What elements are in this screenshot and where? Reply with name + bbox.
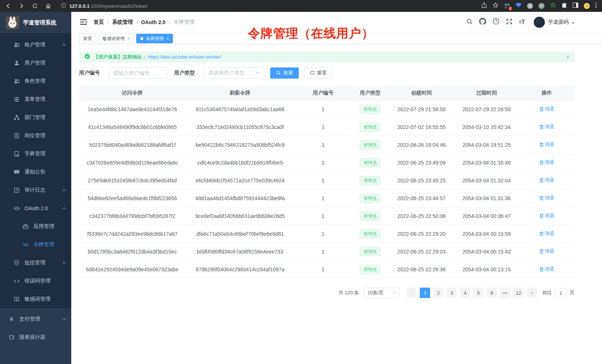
sidebar-toggle-icon[interactable] bbox=[573, 3, 578, 9]
back-icon[interactable] bbox=[5, 3, 11, 9]
sidebar-item-oauth[interactable]: OAuth 2.0 bbox=[0, 199, 71, 217]
force-logout-button[interactable]: 强退 bbox=[539, 248, 554, 255]
force-logout-button[interactable]: 强退 bbox=[539, 123, 554, 130]
forward-icon[interactable] bbox=[19, 3, 24, 9]
puzzle-extension-icon[interactable] bbox=[562, 3, 567, 10]
share-icon[interactable] bbox=[481, 2, 487, 10]
fullscreen-icon[interactable] bbox=[506, 18, 513, 26]
address-bar[interactable]: 127.0.0.1:1024/system/oauth2/token bbox=[61, 3, 147, 9]
user-type-select[interactable]: 请选择用户类型 bbox=[204, 67, 264, 79]
user-id-cell: 1 bbox=[295, 213, 352, 219]
code-icon bbox=[13, 278, 20, 284]
sidebar-item-sensitive[interactable]: 敏感词管理 bbox=[0, 290, 71, 308]
sidebar-item-menu[interactable]: 菜单管理 bbox=[0, 90, 71, 108]
refresh-token-cell: cdfc4ce9c2da4bb1bdf21b9918ff4be5 bbox=[186, 160, 295, 166]
force-logout-button[interactable]: 强退 bbox=[539, 159, 554, 166]
tab-home[interactable]: 首页 bbox=[79, 34, 96, 43]
expire-time-cell: 2054-03-04 19:51:25 bbox=[454, 142, 519, 148]
sidebar-item-token-manage[interactable]: A 令牌管理 bbox=[0, 235, 71, 254]
actions-cell: 强退 bbox=[519, 106, 575, 113]
reset-button[interactable]: 重置 bbox=[304, 67, 333, 79]
table-row: b0d1785bc3a8482f812db4a3f3bd15ec b0df498… bbox=[79, 243, 575, 261]
help-icon[interactable]: ? bbox=[493, 18, 500, 26]
page-button-2[interactable]: 2 bbox=[433, 288, 444, 298]
next-page-button[interactable]: › bbox=[527, 288, 537, 298]
green-star-extension-icon[interactable] bbox=[550, 2, 556, 10]
reload-icon[interactable] bbox=[32, 3, 38, 9]
sidebar-item-errcode[interactable]: 错误码管理 bbox=[0, 272, 71, 290]
force-logout-button[interactable]: 强退 bbox=[539, 106, 554, 112]
force-logout-button[interactable]: 强退 bbox=[539, 195, 554, 201]
page-content: 【用户体系】文档地址： https://doc.iocoder.cn/user-… bbox=[79, 45, 575, 298]
close-icon[interactable]: × bbox=[166, 36, 169, 41]
record-extension-icon[interactable] bbox=[539, 3, 544, 9]
breadcrumb-system[interactable]: 系统管理 bbox=[112, 19, 133, 26]
access-token-cell: 275e5de9151045fe87cbdc395e004f4d bbox=[79, 178, 186, 183]
table-row: 41c41346a548490f9dc8b01c6bfe0865 333ecfc… bbox=[79, 118, 575, 136]
user-type-cell: 管理员 bbox=[351, 158, 389, 167]
gem-extension-icon[interactable] bbox=[516, 3, 521, 9]
sidebar-item-tenant[interactable]: 租户管理 bbox=[0, 36, 71, 54]
active-dot bbox=[140, 37, 143, 40]
tree-menu-icon bbox=[13, 96, 20, 102]
force-logout-button[interactable]: 强退 bbox=[539, 230, 554, 237]
doc-link[interactable]: https://doc.iocoder.cn/user-center/ bbox=[148, 54, 221, 60]
close-icon[interactable]: × bbox=[127, 36, 130, 41]
browser-menu-icon[interactable] bbox=[595, 2, 597, 10]
app-logo[interactable]: 芋道管理系统 bbox=[0, 12, 71, 33]
more-pages-button[interactable]: ••• bbox=[500, 288, 510, 298]
profile-avatar-icon[interactable] bbox=[584, 3, 590, 9]
command-extension-icon[interactable] bbox=[527, 3, 533, 9]
force-logout-button[interactable]: 强退 bbox=[539, 177, 554, 183]
user-id-input[interactable] bbox=[109, 67, 167, 79]
user-type-cell: 管理员 bbox=[351, 229, 389, 238]
sidebar-item-notice[interactable]: 通知公告 bbox=[0, 163, 71, 181]
info-icon[interactable] bbox=[61, 3, 66, 9]
breadcrumb-home[interactable]: 首页 bbox=[94, 19, 104, 26]
breadcrumb-oauth[interactable]: OAuth 2.0 bbox=[141, 19, 166, 25]
user-type-tag: 管理员 bbox=[360, 176, 380, 185]
page-button-12[interactable]: 12 bbox=[513, 288, 524, 298]
sidebar-item-audit[interactable]: 审计日志 bbox=[0, 181, 71, 199]
font-size-icon[interactable]: TT bbox=[519, 19, 525, 26]
tab-token-manage[interactable]: 令牌管理× bbox=[136, 34, 173, 43]
search-button[interactable]: 搜索 bbox=[270, 67, 299, 79]
sidebar-item-post[interactable]: 岗位管理 bbox=[0, 126, 71, 145]
bookmark-star-icon[interactable] bbox=[493, 2, 498, 10]
collapse-sidebar-icon[interactable] bbox=[80, 19, 87, 25]
main-area: 令牌管理（在线用户） 首页 / 系统管理 / OAuth 2.0 / 令牌管理 … bbox=[71, 12, 602, 364]
force-logout-button[interactable]: 强退 bbox=[539, 266, 554, 272]
sidebar-item-role[interactable]: 角色管理 bbox=[0, 72, 71, 90]
sidebar-item-app-manage[interactable]: 应用管理 bbox=[0, 217, 71, 235]
force-logout-button[interactable]: 强退 bbox=[539, 141, 554, 148]
alert-close-icon[interactable]: × bbox=[566, 54, 569, 60]
goto-page-input[interactable] bbox=[554, 288, 567, 298]
breadcrumb: 首页 / 系统管理 / OAuth 2.0 / 令牌管理 bbox=[94, 19, 194, 26]
sidebar-item-user[interactable]: 用户管理 bbox=[0, 54, 71, 72]
sidebar-item-pay[interactable]: ¥ 支付管理 bbox=[0, 310, 71, 328]
page-button-5[interactable]: 5 bbox=[473, 288, 484, 298]
sidebar-item-dict[interactable]: 字典管理 bbox=[0, 145, 71, 163]
page-button-3[interactable]: 3 bbox=[446, 288, 457, 298]
pagination: 共 120 条 10条/页 ‹ 1 2 3 4 5 6 ••• 12 › 前往 … bbox=[79, 288, 575, 298]
user-type-tag: 管理员 bbox=[360, 212, 380, 221]
tab-sensitive-words[interactable]: 敏感词管理× bbox=[98, 34, 134, 43]
page-button-1[interactable]: 1 bbox=[420, 288, 430, 298]
sidebar-item-report-designer[interactable]: 报表设计器 bbox=[0, 328, 71, 346]
page-button-4[interactable]: 4 bbox=[460, 288, 470, 298]
access-token-cell: f9336e7c7dd242a283ee98dc86b17a87 bbox=[79, 231, 186, 237]
page-size-select[interactable]: 10条/页 bbox=[364, 288, 400, 298]
extensions-grid-icon[interactable]: 9 bbox=[504, 3, 510, 9]
page-button-6[interactable]: 6 bbox=[487, 288, 497, 298]
sidebar: 芋道管理系统 租户管理 用户管理 角色管理 菜单管理 部门管理 bbox=[0, 12, 71, 364]
search-icon[interactable] bbox=[466, 18, 473, 26]
github-icon[interactable] bbox=[479, 18, 486, 26]
prev-page-button[interactable]: ‹ bbox=[406, 288, 417, 298]
user-menu[interactable]: 芋道源码 bbox=[534, 17, 575, 28]
force-logout-button[interactable]: 强退 bbox=[539, 212, 554, 219]
home-icon[interactable] bbox=[45, 3, 51, 9]
access-token-cell: 502375b8040a469a9b82188afdf6af1f bbox=[79, 142, 186, 148]
sidebar-item-dept[interactable]: 部门管理 bbox=[0, 108, 71, 126]
created-time-cell: 2022-07-02 18:55:55 bbox=[389, 124, 454, 130]
sidebar-item-sms[interactable]: 短信管理 bbox=[0, 254, 71, 272]
